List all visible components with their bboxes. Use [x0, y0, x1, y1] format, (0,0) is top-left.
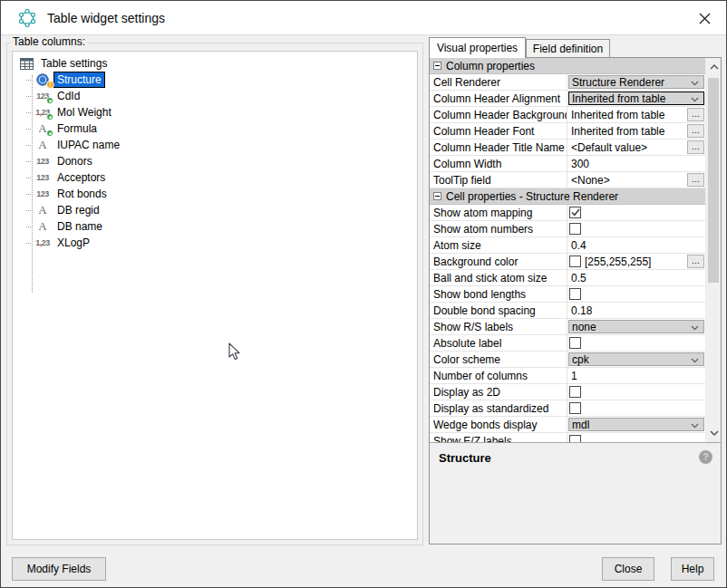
tree-item-label: DB regid — [54, 203, 102, 217]
property-row-column-width: Column Width300 — [430, 156, 705, 172]
property-label: Cell Renderer — [430, 74, 567, 91]
tree-item-formula[interactable]: AFormula — [13, 120, 417, 137]
property-row-column-header-font: Column Header FontInherited from table..… — [430, 123, 705, 140]
dropdown-show-r-s-labels[interactable]: none — [568, 320, 704, 333]
dropdown-column-header-alignment[interactable]: Inherited from table — [568, 92, 704, 105]
dropdown-value: Inherited from table — [572, 92, 665, 105]
property-label: Column Header Title Name — [430, 140, 567, 156]
collapse-icon[interactable] — [433, 62, 441, 70]
decimal-field-icon: 1,23 — [34, 105, 52, 120]
property-row-atom-size: Atom size0.4 — [430, 237, 705, 254]
collapse-icon[interactable] — [433, 192, 441, 200]
property-label: Display as 2D — [430, 384, 567, 400]
tree-item-rot-bonds[interactable]: 123Rot bonds — [13, 186, 417, 202]
tree-branch-line — [26, 112, 33, 113]
scroll-down-icon[interactable] — [706, 426, 722, 440]
property-grid: Column propertiesCell RendererStructure … — [430, 58, 705, 442]
tree-item-db-name[interactable]: ADB name — [13, 218, 417, 235]
int-field-icon: 123 — [34, 187, 52, 201]
value-text[interactable]: Inherited from table — [567, 109, 664, 121]
key-badge-icon — [46, 113, 53, 120]
dropdown-value: cpk — [572, 353, 589, 366]
value-text[interactable]: 0.18 — [567, 304, 592, 317]
property-grid-scrollbar[interactable] — [705, 58, 721, 442]
tree-branch-line — [26, 96, 33, 97]
value-text: [255,255,255] — [581, 255, 651, 268]
dropdown-value: mdl — [572, 419, 589, 431]
property-label: Show bond lengths — [430, 286, 567, 303]
columns-tree[interactable]: Table settings !Structure123CdId1,23Mol … — [12, 51, 418, 540]
tree-item-table-settings[interactable]: Table settings — [13, 55, 417, 72]
close-button[interactable]: Close — [602, 557, 654, 581]
tree-item-xlogp[interactable]: 1,23XLogP — [13, 235, 417, 251]
text-field-icon: A — [34, 203, 52, 217]
checkbox-show-atom-numbers[interactable] — [569, 223, 581, 235]
property-label: Background color — [430, 254, 567, 270]
value-text[interactable]: 0.4 — [567, 239, 586, 252]
table-columns-label: Table columns: — [10, 35, 88, 48]
property-description-panel: Structure ? — [430, 442, 721, 544]
property-row-show-e-z-labels: Show E/Z labels — [430, 433, 705, 442]
property-value: [255,255,255]... — [567, 254, 705, 270]
section-header-cell-properties-structure-renderer[interactable]: Cell properties - Structure Renderer — [430, 188, 705, 205]
property-value: 0.5 — [567, 270, 705, 286]
ellipsis-button-column-header-background-co[interactable]: ... — [687, 108, 704, 121]
property-row-wedge-bonds-display: Wedge bonds displaymdl — [430, 417, 705, 433]
value-text[interactable]: Inherited from table — [567, 125, 664, 138]
scrollbar-thumb[interactable] — [708, 78, 719, 283]
help-button[interactable]: Help — [671, 557, 714, 581]
checkbox-display-as-2d[interactable] — [569, 386, 581, 398]
tab-field-definition[interactable]: Field definition — [526, 39, 610, 58]
checkbox-display-as-standardized[interactable] — [569, 402, 581, 414]
tree-item-cdid[interactable]: 123CdId — [13, 88, 417, 104]
close-icon[interactable] — [696, 10, 712, 26]
description-title: Structure — [439, 451, 491, 465]
property-value — [567, 221, 705, 237]
checkbox-show-e-z-labels[interactable] — [569, 435, 581, 442]
text-field-icon: A — [34, 219, 52, 234]
property-row-column-header-title-name: Column Header Title Name<Default value>.… — [430, 140, 705, 156]
checkbox-show-atom-mapping[interactable] — [569, 207, 581, 218]
checkbox-show-bond-lengths[interactable] — [569, 288, 581, 300]
tree-item-acceptors[interactable]: 123Acceptors — [13, 169, 417, 186]
window-title: Table widget settings — [47, 11, 165, 25]
tree-item-db-regid[interactable]: ADB regid — [13, 202, 417, 218]
dropdown-value: Structure Renderer — [572, 76, 664, 89]
table-widget-settings-dialog: { "window": { "title": "Table widget set… — [0, 0, 727, 588]
tree-item-donors[interactable]: 123Donors — [13, 153, 417, 169]
value-text[interactable]: 0.5 — [567, 272, 586, 284]
property-row-column-header-alignment: Column Header AlignmentInherited from ta… — [430, 91, 705, 107]
property-label: Absolute label — [430, 335, 567, 352]
property-label: Display as standardized — [430, 400, 567, 417]
ellipsis-button-column-header-title-name[interactable]: ... — [687, 140, 704, 154]
value-text[interactable]: <Default value> — [567, 141, 647, 154]
modify-fields-button[interactable]: Modify Fields — [12, 557, 106, 581]
checkbox-background-color[interactable] — [569, 255, 581, 267]
property-label: Number of columns — [430, 368, 567, 384]
tree-item-structure[interactable]: !Structure — [13, 72, 417, 88]
value-text[interactable]: <None> — [567, 174, 610, 187]
value-text[interactable]: 1 — [567, 370, 577, 382]
tree-item-mol-weight[interactable]: 1,23Mol Weight — [13, 104, 417, 120]
tree-item-label: IUPAC name — [54, 138, 122, 152]
help-icon[interactable]: ? — [699, 450, 712, 464]
value-text[interactable]: 300 — [567, 158, 589, 170]
tree-item-iupac-name[interactable]: AIUPAC name — [13, 137, 417, 153]
table-icon — [17, 56, 35, 71]
tab-visual-properties[interactable]: Visual properties — [429, 37, 526, 58]
section-header-column-properties[interactable]: Column properties — [430, 58, 705, 74]
dropdown-wedge-bonds-display[interactable]: mdl — [568, 418, 704, 431]
scroll-up-icon[interactable] — [706, 60, 722, 74]
dropdown-color-scheme[interactable]: cpk — [568, 352, 704, 366]
dropdown-cell-renderer[interactable]: Structure Renderer — [568, 75, 704, 89]
ellipsis-button-column-header-font[interactable]: ... — [687, 124, 704, 138]
int-field-icon: 123 — [34, 89, 52, 103]
ellipsis-button-tooltip-field[interactable]: ... — [687, 173, 704, 187]
property-label: Column Header Background Co — [430, 107, 567, 123]
tree-branch-line — [26, 210, 33, 211]
decimal-field-icon: 1,23 — [34, 236, 52, 250]
checkbox-absolute-label[interactable] — [569, 337, 581, 349]
text-field-icon: A — [34, 121, 52, 136]
ellipsis-button-background-color[interactable]: ... — [687, 255, 704, 268]
section-label: Column properties — [446, 60, 535, 72]
